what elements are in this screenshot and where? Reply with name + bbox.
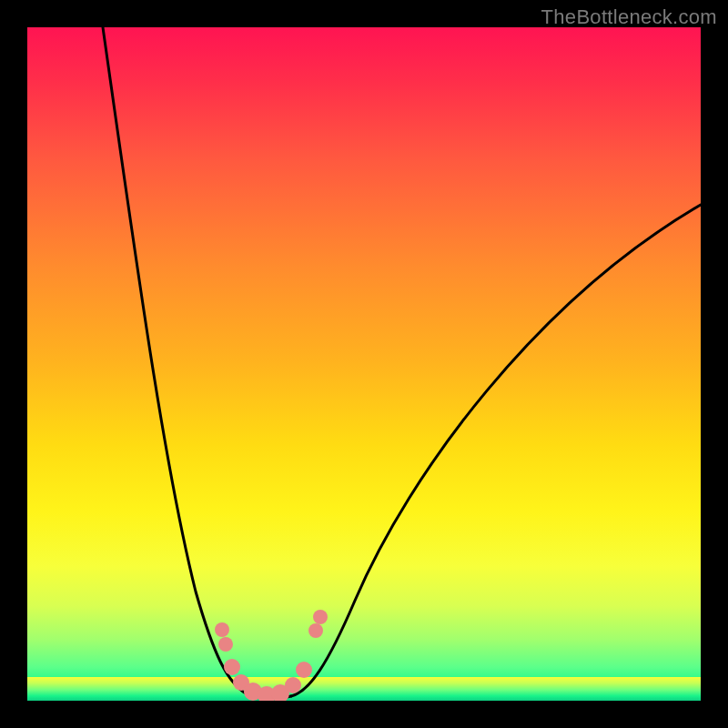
marker-dot: [308, 623, 323, 638]
watermark-text: TheBottleneck.com: [541, 5, 717, 29]
curve-right-curve: [291, 205, 701, 696]
curve-layer: [27, 27, 701, 701]
plot-area: [27, 27, 701, 701]
marker-dot: [215, 622, 229, 637]
chart-frame: TheBottleneck.com: [0, 0, 728, 728]
curve-paths: [103, 27, 701, 699]
marker-dot: [296, 662, 312, 678]
curve-left-curve: [103, 27, 255, 696]
marker-dot: [218, 637, 233, 652]
markers-group: [215, 610, 328, 701]
marker-dot: [285, 677, 301, 693]
marker-dot: [313, 610, 328, 624]
marker-dot: [224, 659, 240, 675]
